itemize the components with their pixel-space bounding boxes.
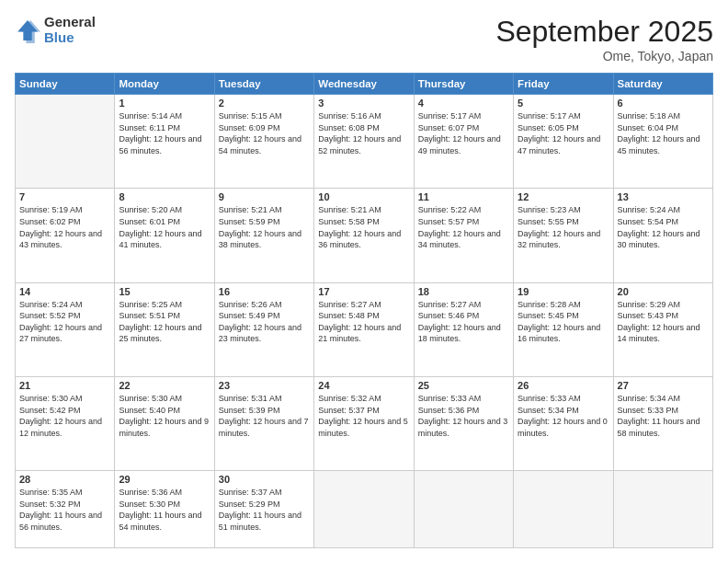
- day-info: Sunrise: 5:24 AMSunset: 5:52 PMDaylight:…: [19, 299, 110, 345]
- day-number: 10: [318, 191, 409, 202]
- day-info: Sunrise: 5:34 AMSunset: 5:33 PMDaylight:…: [618, 393, 709, 439]
- day-number: 24: [318, 380, 409, 391]
- page: General Blue September 2025 Ome, Tokyo, …: [0, 0, 728, 563]
- day-info: Sunrise: 5:30 AMSunset: 5:42 PMDaylight:…: [19, 393, 110, 439]
- calendar-cell: 27Sunrise: 5:34 AMSunset: 5:33 PMDayligh…: [613, 376, 712, 470]
- calendar-cell: [314, 471, 414, 548]
- calendar-cell: [16, 95, 115, 189]
- day-number: 14: [19, 286, 110, 297]
- day-number: 26: [518, 380, 609, 391]
- day-info: Sunrise: 5:21 AMSunset: 5:59 PMDaylight:…: [219, 204, 310, 250]
- day-info: Sunrise: 5:35 AMSunset: 5:32 PMDaylight:…: [19, 487, 110, 533]
- day-info: Sunrise: 5:25 AMSunset: 5:51 PMDaylight:…: [119, 299, 210, 345]
- day-info: Sunrise: 5:27 AMSunset: 5:46 PMDaylight:…: [418, 299, 509, 345]
- logo-blue: Blue: [44, 30, 96, 46]
- weekday-header: Wednesday: [314, 74, 414, 95]
- day-number: 23: [219, 380, 310, 391]
- calendar-cell: 29Sunrise: 5:36 AMSunset: 5:30 PMDayligh…: [115, 471, 214, 548]
- calendar-cell: 11Sunrise: 5:22 AMSunset: 5:57 PMDayligh…: [414, 189, 513, 282]
- weekday-header: Saturday: [613, 74, 712, 95]
- day-number: 5: [518, 98, 609, 109]
- calendar-cell: 1Sunrise: 5:14 AMSunset: 6:11 PMDaylight…: [115, 95, 214, 189]
- day-info: Sunrise: 5:22 AMSunset: 5:57 PMDaylight:…: [418, 204, 509, 250]
- day-info: Sunrise: 5:29 AMSunset: 5:43 PMDaylight:…: [618, 299, 709, 345]
- calendar-cell: 8Sunrise: 5:20 AMSunset: 6:01 PMDaylight…: [115, 189, 214, 282]
- calendar-cell: 30Sunrise: 5:37 AMSunset: 5:29 PMDayligh…: [214, 471, 313, 548]
- calendar-cell: 22Sunrise: 5:30 AMSunset: 5:40 PMDayligh…: [115, 376, 214, 470]
- day-info: Sunrise: 5:31 AMSunset: 5:39 PMDaylight:…: [219, 393, 310, 439]
- day-number: 3: [318, 98, 409, 109]
- calendar-cell: 24Sunrise: 5:32 AMSunset: 5:37 PMDayligh…: [314, 376, 414, 470]
- calendar-cell: 2Sunrise: 5:15 AMSunset: 6:09 PMDaylight…: [214, 95, 313, 189]
- calendar-cell: 21Sunrise: 5:30 AMSunset: 5:42 PMDayligh…: [16, 376, 115, 470]
- day-number: 7: [19, 191, 110, 202]
- day-info: Sunrise: 5:19 AMSunset: 6:02 PMDaylight:…: [19, 204, 110, 250]
- weekday-header: Thursday: [414, 74, 513, 95]
- week-row: 14Sunrise: 5:24 AMSunset: 5:52 PMDayligh…: [16, 282, 713, 376]
- day-info: Sunrise: 5:15 AMSunset: 6:09 PMDaylight:…: [219, 110, 310, 156]
- title-area: September 2025 Ome, Tokyo, Japan: [495, 15, 713, 63]
- day-number: 28: [19, 474, 110, 485]
- day-number: 21: [19, 380, 110, 391]
- day-number: 12: [518, 191, 609, 202]
- day-number: 29: [119, 474, 210, 485]
- day-number: 11: [418, 191, 509, 202]
- logo-general: General: [44, 15, 96, 30]
- calendar-cell: 15Sunrise: 5:25 AMSunset: 5:51 PMDayligh…: [115, 282, 214, 376]
- day-number: 4: [418, 98, 509, 109]
- day-info: Sunrise: 5:20 AMSunset: 6:01 PMDaylight:…: [119, 204, 210, 250]
- day-info: Sunrise: 5:32 AMSunset: 5:37 PMDaylight:…: [318, 393, 409, 439]
- calendar-cell: 5Sunrise: 5:17 AMSunset: 6:05 PMDaylight…: [514, 95, 613, 189]
- day-number: 25: [418, 380, 509, 391]
- header: General Blue September 2025 Ome, Tokyo, …: [15, 15, 713, 63]
- calendar-cell: 25Sunrise: 5:33 AMSunset: 5:36 PMDayligh…: [414, 376, 513, 470]
- day-info: Sunrise: 5:18 AMSunset: 6:04 PMDaylight:…: [618, 110, 709, 156]
- calendar-cell: [613, 471, 712, 548]
- day-number: 20: [618, 286, 709, 297]
- weekday-header: Friday: [514, 74, 613, 95]
- logo-text: General Blue: [44, 15, 96, 45]
- day-info: Sunrise: 5:33 AMSunset: 5:36 PMDaylight:…: [418, 393, 509, 439]
- week-row: 1Sunrise: 5:14 AMSunset: 6:11 PMDaylight…: [16, 95, 713, 189]
- day-number: 8: [119, 191, 210, 202]
- weekday-header: Monday: [115, 74, 214, 95]
- day-number: 27: [618, 380, 709, 391]
- month-title: September 2025: [495, 15, 713, 49]
- calendar-cell: 16Sunrise: 5:26 AMSunset: 5:49 PMDayligh…: [214, 282, 313, 376]
- calendar-cell: 10Sunrise: 5:21 AMSunset: 5:58 PMDayligh…: [314, 189, 414, 282]
- day-info: Sunrise: 5:14 AMSunset: 6:11 PMDaylight:…: [119, 110, 210, 156]
- day-info: Sunrise: 5:28 AMSunset: 5:45 PMDaylight:…: [518, 299, 609, 345]
- week-row: 7Sunrise: 5:19 AMSunset: 6:02 PMDaylight…: [16, 189, 713, 282]
- day-info: Sunrise: 5:37 AMSunset: 5:29 PMDaylight:…: [219, 487, 310, 533]
- calendar-cell: 9Sunrise: 5:21 AMSunset: 5:59 PMDaylight…: [214, 189, 313, 282]
- weekday-header: Tuesday: [214, 74, 313, 95]
- day-number: 13: [618, 191, 709, 202]
- day-number: 6: [618, 98, 709, 109]
- calendar-cell: [414, 471, 513, 548]
- calendar-cell: 19Sunrise: 5:28 AMSunset: 5:45 PMDayligh…: [514, 282, 613, 376]
- day-number: 2: [219, 98, 310, 109]
- day-number: 15: [119, 286, 210, 297]
- calendar-cell: 26Sunrise: 5:33 AMSunset: 5:34 PMDayligh…: [514, 376, 613, 470]
- calendar-cell: 13Sunrise: 5:24 AMSunset: 5:54 PMDayligh…: [613, 189, 712, 282]
- day-info: Sunrise: 5:27 AMSunset: 5:48 PMDaylight:…: [318, 299, 409, 345]
- week-row: 28Sunrise: 5:35 AMSunset: 5:32 PMDayligh…: [16, 471, 713, 548]
- calendar-table: SundayMondayTuesdayWednesdayThursdayFrid…: [15, 73, 713, 548]
- logo: General Blue: [15, 15, 96, 45]
- calendar-cell: 20Sunrise: 5:29 AMSunset: 5:43 PMDayligh…: [613, 282, 712, 376]
- calendar-cell: 14Sunrise: 5:24 AMSunset: 5:52 PMDayligh…: [16, 282, 115, 376]
- day-info: Sunrise: 5:21 AMSunset: 5:58 PMDaylight:…: [318, 204, 409, 250]
- location: Ome, Tokyo, Japan: [495, 49, 713, 63]
- day-number: 17: [318, 286, 409, 297]
- calendar-cell: 4Sunrise: 5:17 AMSunset: 6:07 PMDaylight…: [414, 95, 513, 189]
- calendar-cell: 12Sunrise: 5:23 AMSunset: 5:55 PMDayligh…: [514, 189, 613, 282]
- calendar-cell: 3Sunrise: 5:16 AMSunset: 6:08 PMDaylight…: [314, 95, 414, 189]
- day-number: 19: [518, 286, 609, 297]
- calendar-cell: 18Sunrise: 5:27 AMSunset: 5:46 PMDayligh…: [414, 282, 513, 376]
- day-number: 9: [219, 191, 310, 202]
- day-number: 16: [219, 286, 310, 297]
- day-info: Sunrise: 5:26 AMSunset: 5:49 PMDaylight:…: [219, 299, 310, 345]
- calendar-cell: 17Sunrise: 5:27 AMSunset: 5:48 PMDayligh…: [314, 282, 414, 376]
- calendar-cell: 28Sunrise: 5:35 AMSunset: 5:32 PMDayligh…: [16, 471, 115, 548]
- day-info: Sunrise: 5:30 AMSunset: 5:40 PMDaylight:…: [119, 393, 210, 439]
